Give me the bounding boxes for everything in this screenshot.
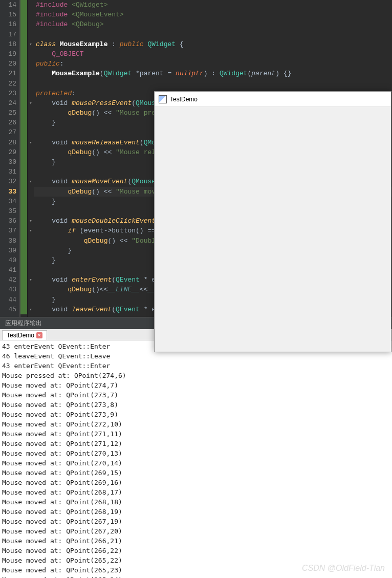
change-bar xyxy=(20,118,27,127)
line-number[interactable]: 28 xyxy=(2,138,16,147)
fold-toggle xyxy=(28,167,34,177)
line-number[interactable]: 38 xyxy=(2,236,16,246)
code-line[interactable]: #include <QWidget> xyxy=(34,0,392,10)
fold-toggle xyxy=(28,30,34,39)
line-number[interactable]: 41 xyxy=(2,265,16,275)
fold-toggle[interactable]: ▾ xyxy=(28,138,34,147)
fold-toggle xyxy=(28,236,34,246)
line-number[interactable]: 16 xyxy=(2,19,16,29)
code-line[interactable]: class MouseExample : public QWidget { xyxy=(34,39,392,49)
output-log[interactable]: 43 enterEvent QEvent::Enter46 leaveEvent… xyxy=(0,340,392,578)
app-window-title: TestDemo xyxy=(170,96,198,103)
fold-toggle xyxy=(28,79,34,89)
line-number[interactable]: 35 xyxy=(2,206,16,216)
app-icon xyxy=(159,95,167,103)
line-number[interactable]: 36 xyxy=(2,216,16,226)
app-window-content[interactable] xyxy=(155,107,391,352)
log-line: Mouse moved at: QPoint(269,16) xyxy=(2,478,390,487)
change-bar xyxy=(20,275,27,285)
code-line[interactable]: public: xyxy=(34,59,392,69)
fold-toggle xyxy=(28,127,34,137)
fold-toggle[interactable]: ▾ xyxy=(28,216,34,226)
change-bar xyxy=(20,108,27,118)
fold-toggle xyxy=(28,187,34,197)
log-line: 43 enterEvent QEvent::Enter xyxy=(2,361,390,371)
line-number[interactable]: 22 xyxy=(2,79,16,89)
change-bar xyxy=(20,305,27,314)
change-bar xyxy=(20,59,27,69)
line-number[interactable]: 18 xyxy=(2,39,16,49)
line-number[interactable]: 42 xyxy=(2,275,16,285)
line-number[interactable]: 30 xyxy=(2,157,16,167)
log-line: Mouse moved at: QPoint(273,8) xyxy=(2,400,390,410)
code-line[interactable] xyxy=(34,79,392,89)
fold-toggle xyxy=(28,59,34,69)
log-line: Mouse moved at: QPoint(268,17) xyxy=(2,487,390,497)
line-number[interactable]: 26 xyxy=(2,118,16,127)
fold-toggle[interactable]: ▾ xyxy=(28,177,34,186)
line-number[interactable]: 37 xyxy=(2,226,16,236)
fold-toggle xyxy=(28,147,34,157)
change-bar xyxy=(20,167,27,177)
line-number[interactable]: 33 xyxy=(2,187,16,197)
change-bar xyxy=(20,19,27,29)
fold-toggle xyxy=(28,89,34,98)
change-bar xyxy=(20,285,27,294)
line-number[interactable]: 20 xyxy=(2,59,16,69)
output-tab-testdemo[interactable]: TestDemo ✕ xyxy=(2,330,47,340)
line-number[interactable]: 34 xyxy=(2,197,16,206)
fold-toggle[interactable]: ▾ xyxy=(28,226,34,236)
line-number[interactable]: 24 xyxy=(2,98,16,108)
line-number[interactable]: 27 xyxy=(2,127,16,137)
line-number[interactable]: 32 xyxy=(2,177,16,186)
change-bar xyxy=(20,49,27,59)
change-bar xyxy=(20,236,27,246)
code-line[interactable]: #include <QMouseEvent> xyxy=(34,10,392,19)
fold-toggle xyxy=(28,197,34,206)
fold-toggle[interactable]: ▾ xyxy=(28,275,34,285)
line-number[interactable]: 45 xyxy=(2,305,16,314)
line-number[interactable]: 23 xyxy=(2,89,16,98)
fold-toggle xyxy=(28,108,34,118)
line-number[interactable]: 43 xyxy=(2,285,16,294)
change-bar xyxy=(20,127,27,137)
code-line[interactable]: MouseExample(QWidget *parent = nullptr) … xyxy=(34,69,392,78)
log-line: Mouse moved at: QPoint(271,12) xyxy=(2,439,390,448)
fold-toggle[interactable]: ▾ xyxy=(28,39,34,49)
fold-toggle xyxy=(28,118,34,127)
line-number[interactable]: 40 xyxy=(2,255,16,265)
app-window[interactable]: TestDemo xyxy=(154,91,391,352)
fold-column[interactable]: ▾▾▾▾▾▾▾▾ xyxy=(28,0,34,317)
line-number[interactable]: 17 xyxy=(2,30,16,39)
log-line: Mouse moved at: QPoint(273,9) xyxy=(2,410,390,419)
change-bar xyxy=(20,39,27,49)
line-number[interactable]: 39 xyxy=(2,246,16,255)
fold-toggle[interactable]: ▾ xyxy=(28,305,34,314)
line-number[interactable]: 31 xyxy=(2,167,16,177)
fold-toggle[interactable]: ▾ xyxy=(28,98,34,108)
change-bar xyxy=(20,10,27,19)
fold-toggle xyxy=(28,157,34,167)
change-bar xyxy=(20,98,27,108)
line-number[interactable]: 25 xyxy=(2,108,16,118)
line-number[interactable]: 19 xyxy=(2,49,16,59)
line-number[interactable]: 29 xyxy=(2,147,16,157)
fold-toggle xyxy=(28,49,34,59)
change-bar xyxy=(20,89,27,98)
change-bar xyxy=(20,216,27,226)
log-line: Mouse moved at: QPoint(274,7) xyxy=(2,380,390,390)
line-number[interactable]: 21 xyxy=(2,69,16,78)
line-number[interactable]: 15 xyxy=(2,10,16,19)
log-line: Mouse moved at: QPoint(268,18) xyxy=(2,497,390,507)
line-number[interactable]: 44 xyxy=(2,295,16,305)
log-line: Mouse moved at: QPoint(270,13) xyxy=(2,448,390,458)
log-line: Mouse moved at: QPoint(269,15) xyxy=(2,468,390,478)
close-icon[interactable]: ✕ xyxy=(36,332,42,338)
change-bar xyxy=(20,69,27,78)
code-line[interactable] xyxy=(34,30,392,39)
code-line[interactable]: Q_OBJECT xyxy=(34,49,392,59)
line-number-gutter[interactable]: 1415161718192021222324252627282930313233… xyxy=(0,0,20,317)
code-line[interactable]: #include <QDebug> xyxy=(34,19,392,29)
line-number[interactable]: 14 xyxy=(2,0,16,10)
app-window-titlebar[interactable]: TestDemo xyxy=(155,92,391,107)
